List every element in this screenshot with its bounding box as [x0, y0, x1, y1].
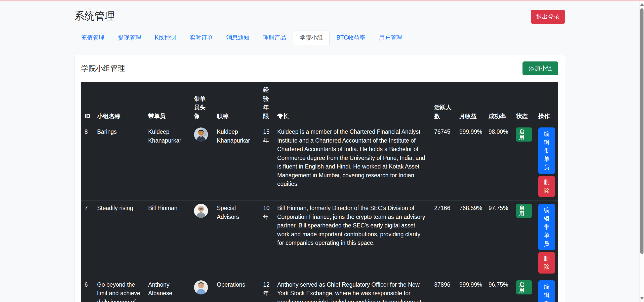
- cell-active-users: 27166: [431, 200, 456, 277]
- panel-title: 学院小组管理: [81, 63, 125, 74]
- trader-avatar: [194, 204, 208, 218]
- header-success-rate: 成功率: [485, 82, 513, 124]
- cell-specialty: Bill Hinman, formerly Director of the SE…: [274, 200, 431, 277]
- cell-job-title: Operations: [214, 277, 260, 302]
- table-row: 6 Go beyond the limit and achieve daily …: [81, 277, 558, 302]
- cell-monthly-return: 768.59%: [456, 200, 485, 277]
- delete-button[interactable]: 删除: [538, 176, 555, 197]
- add-group-button[interactable]: 添加小组: [522, 61, 558, 75]
- header-trader: 带单员: [145, 82, 191, 124]
- tab-bar: 充值管理 提现管理 K线控制 实时订单 消息通知 理财产品 学院小组 BTC收益…: [74, 30, 565, 45]
- header-job-title: 职称: [214, 82, 260, 124]
- cell-experience: 12 年: [260, 277, 274, 302]
- cell-id: 8: [81, 124, 94, 200]
- edit-trader-button[interactable]: 编辑带单员: [538, 204, 555, 250]
- header-experience: 经验年限: [260, 82, 274, 124]
- header-status: 状态: [513, 82, 535, 124]
- cell-trader: Anthony Albanese: [145, 277, 191, 302]
- tab-realtime-orders[interactable]: 实时订单: [183, 30, 219, 45]
- cell-success-rate: 96.75%: [485, 277, 513, 302]
- cell-active-users: 37896: [431, 277, 456, 302]
- cell-group-name: Steadily rising: [94, 200, 145, 277]
- tab-btc-yield[interactable]: BTC收益率: [330, 30, 372, 45]
- scrollbar-thumb[interactable]: [640, 8, 643, 254]
- group-management-panel: 学院小组管理 添加小组 ID 小组名称 带单员 带单员头像 职称 经: [74, 55, 565, 302]
- table-row: 7 Steadily rising Bill Hinman: [81, 200, 558, 277]
- header-trader-avatar: 带单员头像: [191, 82, 214, 124]
- scrollbar-down-arrow-icon[interactable]: [640, 297, 644, 300]
- trader-avatar: [194, 127, 208, 142]
- table-header-row: ID 小组名称 带单员 带单员头像 职称 经验年限 专长 活跃人数 月收益 成功…: [81, 82, 558, 124]
- cell-monthly-return: 999.99%: [456, 277, 485, 302]
- cell-job-title: Kuldeep Khanapurkar: [214, 124, 260, 200]
- cell-trader: Bill Hinman: [145, 200, 191, 277]
- cell-experience: 15 年: [260, 124, 274, 200]
- cell-id: 6: [81, 277, 94, 302]
- header-id: ID: [81, 82, 94, 124]
- logout-button[interactable]: 退出登录: [531, 10, 565, 24]
- cell-specialty: Kuldeep is a member of the Chartered Fin…: [274, 124, 431, 200]
- cell-id: 7: [81, 200, 94, 277]
- scrollbar-up-arrow-icon[interactable]: [640, 3, 644, 6]
- cell-trader: Kuldeep Khanapurkar: [145, 124, 191, 200]
- cell-specialty: Anthony served as Chief Regulatory Offic…: [274, 277, 431, 302]
- header-monthly-return: 月收益: [456, 82, 485, 124]
- groups-table: ID 小组名称 带单员 带单员头像 职称 经验年限 专长 活跃人数 月收益 成功…: [81, 82, 558, 302]
- trader-avatar: [194, 280, 208, 294]
- cell-experience: 10 年: [260, 200, 274, 277]
- header-specialty: 专长: [274, 82, 431, 124]
- header-active-users: 活跃人数: [431, 82, 456, 124]
- tab-message-notification[interactable]: 消息通知: [219, 30, 256, 45]
- tab-user-management[interactable]: 用户管理: [372, 30, 409, 45]
- status-badge: 启用: [516, 204, 532, 218]
- tab-withdrawal-management[interactable]: 提现管理: [111, 30, 148, 45]
- header-actions: 操作: [535, 82, 558, 124]
- tab-wealth-products[interactable]: 理财产品: [256, 30, 293, 45]
- cell-active-users: 76745: [431, 124, 456, 200]
- tab-college-groups[interactable]: 学院小组: [293, 30, 330, 45]
- edit-trader-button[interactable]: 编辑带单员: [538, 127, 555, 174]
- topbar: 系统管理 退出登录: [74, 1, 565, 24]
- cell-job-title: Special Advisors: [214, 200, 260, 277]
- cell-monthly-return: 999.99%: [456, 124, 485, 200]
- tab-kline-control[interactable]: K线控制: [148, 30, 183, 45]
- status-badge: 启用: [516, 127, 532, 142]
- cell-group-name: Barings: [94, 124, 145, 200]
- content-area: 系统管理 退出登录 充值管理 提现管理 K线控制 实时订单 消息通知 理财产品 …: [0, 1, 639, 302]
- status-badge: 启用: [516, 280, 532, 294]
- table-row: 8 Barings Kuldeep Khanapurkar: [81, 124, 558, 200]
- edit-trader-button[interactable]: 编辑带单员: [538, 280, 555, 302]
- tab-recharge-management[interactable]: 充值管理: [74, 30, 111, 45]
- cell-group-name: Go beyond the limit and achieve daily in…: [94, 277, 145, 302]
- page-title: 系统管理: [74, 10, 115, 22]
- header-group-name: 小组名称: [94, 82, 145, 124]
- cell-success-rate: 97.75%: [485, 200, 513, 277]
- cell-success-rate: 98.00%: [485, 124, 513, 200]
- delete-button[interactable]: 删除: [538, 252, 555, 274]
- vertical-scrollbar[interactable]: [639, 1, 644, 302]
